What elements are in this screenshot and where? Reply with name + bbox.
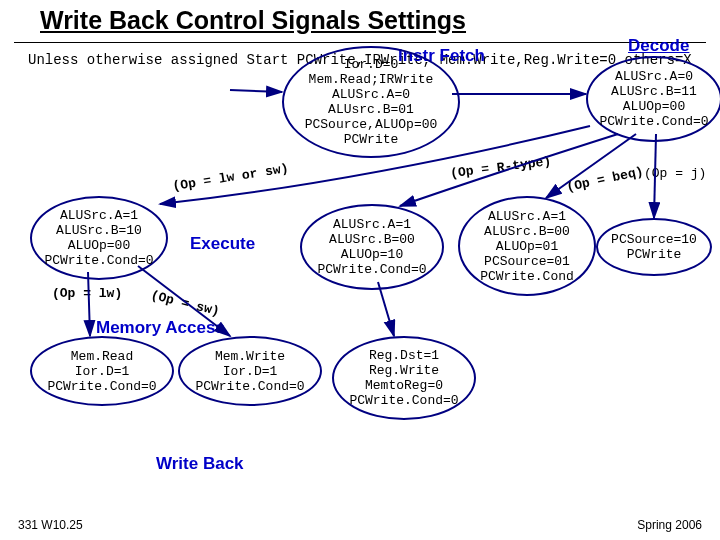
state-fetch: Ior.D=0 Mem.Read;IRWrite ALUSrc.A=0 ALUs… bbox=[282, 46, 460, 158]
footer-right: Spring 2006 bbox=[637, 518, 702, 532]
state-mem-read: Mem.Read Ior.D=1 PCWrite.Cond=0 bbox=[30, 336, 174, 406]
page-title: Write Back Control Signals Settings bbox=[40, 6, 466, 35]
state-decode: ALUSrc.A=0 ALUSrc.B=11 ALUOp=00 PCWrite.… bbox=[586, 56, 720, 142]
footer-left: 331 W10.25 bbox=[18, 518, 83, 532]
edge-lw-or-sw: (Op = lw or sw) bbox=[172, 161, 290, 194]
state-mem-write: Mem.Write Ior.D=1 PCWrite.Cond=0 bbox=[178, 336, 322, 406]
state-exec-j: PCSource=10 PCWrite bbox=[596, 218, 712, 276]
svg-line-4 bbox=[88, 272, 90, 336]
label-execute: Execute bbox=[190, 234, 255, 254]
edge-j: (Op = j) bbox=[644, 166, 706, 181]
edge-lw: (Op = lw) bbox=[52, 286, 122, 301]
label-wb: Write Back bbox=[156, 454, 244, 474]
svg-line-6 bbox=[378, 282, 394, 336]
diagram-stage: Write Back Control Signals Settings Unle… bbox=[0, 0, 720, 540]
divider bbox=[14, 42, 706, 43]
state-exec-mem: ALUSrc.A=1 ALUSrc.B=10 ALUOp=00 PCWrite.… bbox=[30, 196, 168, 280]
edge-sw: (Op = sw) bbox=[149, 288, 221, 320]
svg-line-0 bbox=[230, 90, 282, 92]
state-exec-r: ALUSrc.A=1 ALUSrc.B=00 ALUOp=10 PCWrite.… bbox=[300, 204, 444, 290]
state-exec-beq: ALUSrc.A=1 ALUSrc.B=00 ALUOp=01 PCSource… bbox=[458, 196, 596, 296]
label-memacc: Memory Access bbox=[96, 318, 225, 338]
label-decode: Decode bbox=[628, 36, 689, 56]
edge-beq: (Op = beq) bbox=[565, 164, 644, 195]
edge-rtype: (Op = R-type) bbox=[449, 154, 551, 181]
state-wb-r: Reg.Dst=1 Reg.Write MemtoReg=0 PCWrite.C… bbox=[332, 336, 476, 420]
